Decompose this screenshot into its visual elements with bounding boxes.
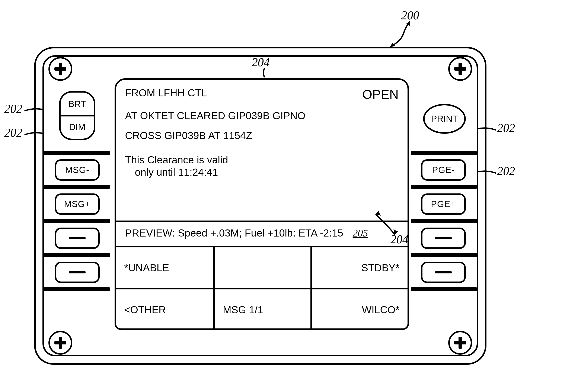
display-screen: FROM LFHH CTL OPEN AT OKTET CLEARED GIP0… [115, 78, 409, 330]
message-area: FROM LFHH CTL OPEN AT OKTET CLEARED GIP0… [116, 80, 408, 212]
msg-minus-button[interactable]: MSG- [55, 159, 100, 181]
bezel-slot [411, 185, 477, 189]
dim-button[interactable]: DIM [61, 116, 94, 139]
softkey-grid: *UNABLE STDBY* <OTHER MSG 1/1 WILCO* [116, 246, 408, 330]
lead-line [478, 170, 497, 176]
pill-divider [59, 115, 95, 116]
lead-line [478, 127, 497, 133]
blank-button-r2[interactable] [421, 262, 466, 283]
ref-202: 202 [497, 164, 515, 178]
figure-canvas: 200 BRT DIM MSG- MSG+ [0, 0, 578, 392]
pge-minus-button[interactable]: PGE- [421, 159, 466, 181]
bezel-slot [44, 253, 110, 257]
bezel-slot [44, 185, 110, 189]
brt-dim-rocker[interactable]: BRT DIM [59, 91, 95, 140]
bezel-slot [44, 219, 110, 223]
softkey-wilco[interactable]: WILCO* [310, 288, 408, 330]
softkey-blank [213, 246, 310, 288]
lead-line [25, 108, 44, 114]
bezel-slot [44, 151, 110, 155]
bezel-slot [411, 151, 477, 155]
minus-icon [435, 271, 452, 273]
ref-202: 202 [4, 102, 22, 116]
from-label: FROM LFHH CTL [125, 87, 207, 99]
print-button[interactable]: PRINT [423, 104, 466, 134]
ref-204: 204 [252, 55, 270, 69]
bezel-slot [44, 287, 110, 291]
lead-line [25, 131, 44, 138]
minus-icon [69, 271, 86, 273]
blank-button-l2[interactable] [55, 262, 100, 283]
bezel-slot [411, 253, 477, 257]
lead-line [260, 68, 269, 79]
arrow-200 [384, 19, 418, 51]
minus-icon [69, 237, 86, 239]
arrow-204 [371, 211, 401, 241]
screw-icon [448, 57, 472, 81]
screw-icon [448, 331, 472, 355]
preview-text: PREVIEW: Speed +.03M; Fuel +10lb: ETA -2… [125, 227, 343, 239]
msg-page-label: MSG 1/1 [213, 288, 310, 330]
ref-205: 205 [353, 227, 368, 239]
screw-icon [48, 57, 72, 81]
pge-plus-button[interactable]: PGE+ [421, 193, 466, 215]
validity-line-1: This Clearance is valid [125, 154, 399, 166]
ref-202: 202 [4, 126, 22, 139]
clearance-line-1: AT OKTET CLEARED GIP039B GIPNO [125, 110, 399, 122]
divider [116, 220, 408, 222]
validity-text: This Clearance is valid only until 11:24… [125, 154, 399, 178]
softkey-unable[interactable]: *UNABLE [116, 246, 213, 288]
validity-line-2: only until 11:24:41 [125, 166, 399, 178]
screw-icon [48, 331, 72, 355]
device-bezel: BRT DIM MSG- MSG+ PRINT PGE- PGE+ FROM L… [34, 47, 486, 365]
minus-icon [435, 237, 452, 239]
brt-button[interactable]: BRT [61, 92, 94, 116]
msg-plus-button[interactable]: MSG+ [55, 193, 100, 215]
bezel-slot [411, 287, 477, 291]
clearance-line-2: CROSS GIP039B AT 1154Z [125, 130, 399, 141]
blank-button-r1[interactable] [421, 227, 466, 249]
bezel-slot [411, 219, 477, 223]
blank-button-l1[interactable] [55, 227, 100, 249]
softkey-stdby[interactable]: STDBY* [310, 246, 408, 288]
status-label: OPEN [362, 87, 399, 102]
softkey-other[interactable]: <OTHER [116, 288, 213, 330]
ref-202: 202 [497, 121, 515, 135]
